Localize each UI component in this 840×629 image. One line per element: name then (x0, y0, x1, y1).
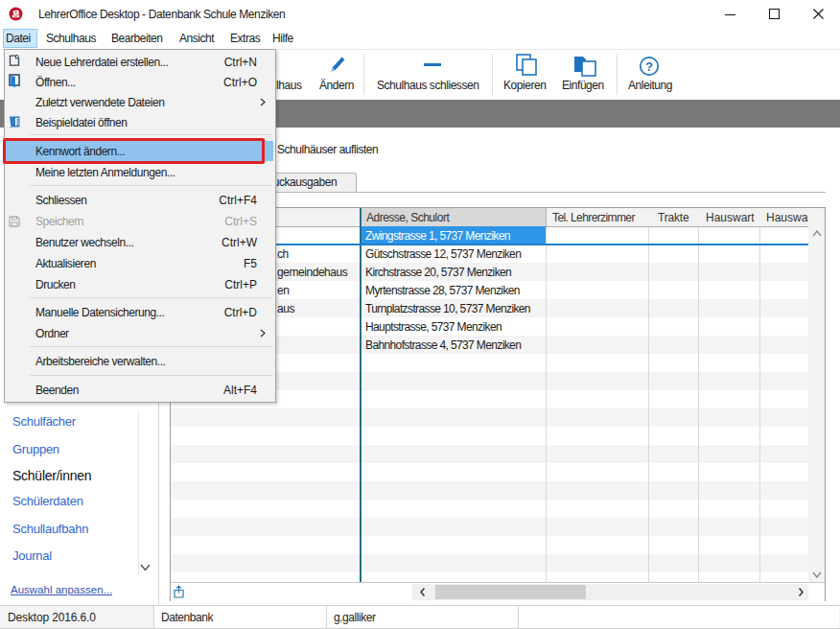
svg-text:?: ? (645, 59, 653, 74)
